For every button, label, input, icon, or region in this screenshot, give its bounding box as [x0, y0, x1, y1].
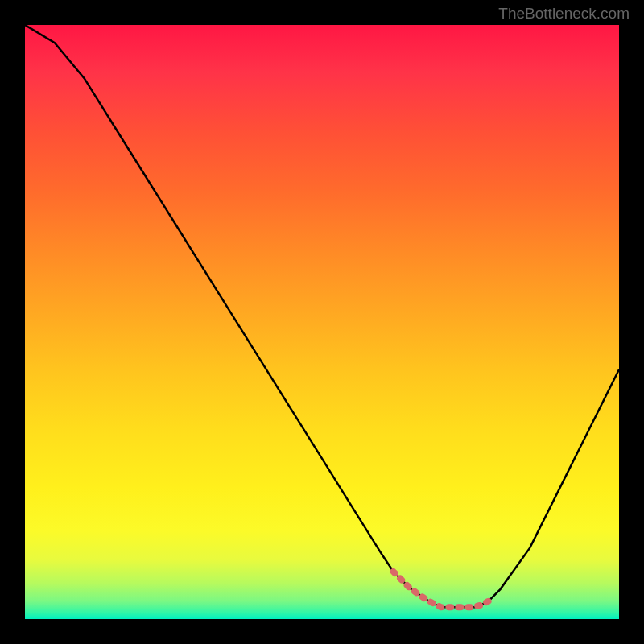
- bottleneck-curve-svg: [25, 25, 619, 619]
- chart-container: [25, 25, 619, 619]
- optimal-marker: [394, 572, 489, 607]
- curve-line: [25, 25, 619, 607]
- watermark-text: TheBottleneck.com: [498, 5, 630, 23]
